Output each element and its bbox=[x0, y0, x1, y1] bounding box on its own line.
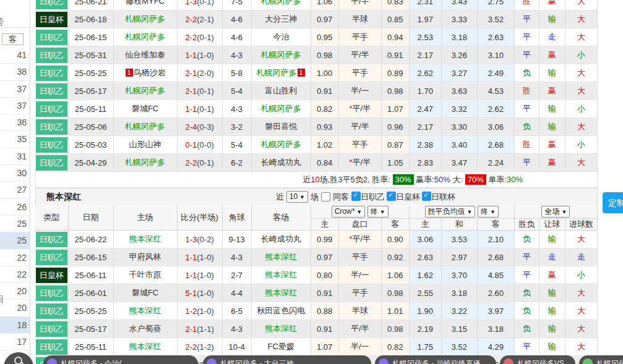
league-type-badge: 日职乙 bbox=[36, 48, 67, 63]
odds-time-select[interactable]: 终▼ bbox=[367, 206, 389, 218]
result-goals-cell: 大 bbox=[565, 82, 597, 100]
odds-source-select[interactable]: Crow*▼ bbox=[332, 206, 366, 218]
customize-button[interactable]: 定制 bbox=[603, 192, 623, 213]
league-type-badge: 日职乙 bbox=[36, 137, 67, 153]
team-name-link[interactable]: 札幌冈萨多 bbox=[261, 104, 301, 113]
halftime-score: (0-2) bbox=[197, 235, 213, 244]
guest-tab[interactable]: 客 bbox=[2, 33, 24, 45]
handicap-away-odds: 0.92 bbox=[381, 248, 409, 266]
date-cell: 25-06-01 bbox=[68, 284, 113, 302]
league-checkbox[interactable] bbox=[387, 192, 396, 201]
team-name-link[interactable]: 熊本深红 bbox=[265, 252, 297, 261]
big-rate-badge: 70% bbox=[465, 174, 486, 185]
team-name-link[interactable]: 札幌冈萨多 bbox=[125, 32, 165, 41]
team-name-link[interactable]: 水户蜀葵 bbox=[129, 324, 161, 333]
odds-home: 1.70 bbox=[409, 82, 441, 100]
result-value: 大 bbox=[577, 158, 585, 167]
team-name-link[interactable]: 今治 bbox=[273, 32, 289, 41]
filter-controls: 近 10▼ 场 同客 日职乙日皇杯日联杯 bbox=[276, 191, 457, 203]
odds-away: 2.24 bbox=[477, 154, 514, 172]
score-cell: 1-1(1-0) bbox=[177, 248, 222, 266]
result-value: 负 bbox=[523, 122, 531, 131]
odds-home: 2.17 bbox=[409, 118, 441, 136]
result-goals-cell: 走 bbox=[565, 248, 597, 266]
team-name-link[interactable]: 札幌冈萨多 bbox=[257, 68, 297, 77]
date-cell: 25-06-11 bbox=[68, 266, 113, 284]
handicap-home-odds: 0.91 bbox=[311, 320, 338, 338]
team-name-link[interactable]: 熊本深红 bbox=[265, 270, 297, 279]
team-name-link[interactable]: 山形山神 bbox=[129, 140, 161, 149]
team-name-link[interactable]: 甲府风林 bbox=[129, 252, 161, 261]
result-value: 输 bbox=[548, 122, 556, 131]
scope-select[interactable]: 全场▼ bbox=[541, 206, 570, 218]
result-goals-cell: 小 bbox=[565, 100, 597, 118]
result-goals-cell: 大 bbox=[565, 0, 597, 11]
team-name-link[interactable]: 札幌冈萨多 bbox=[125, 122, 165, 131]
summary-count: 10 bbox=[311, 175, 319, 184]
team-cell: 札幌冈萨多 bbox=[113, 11, 177, 28]
team-name-link[interactable]: 秋田蓝色闪电 bbox=[257, 306, 305, 315]
handicap-away-odds: 0.82 bbox=[381, 338, 409, 356]
team-name-link[interactable]: 札幌冈萨多 bbox=[125, 14, 165, 23]
result-value: 平 bbox=[523, 270, 531, 279]
summary-label-big: 大: bbox=[452, 175, 463, 184]
result-handicap-cell: 输 bbox=[539, 100, 565, 118]
team-name-link[interactable]: 熊本深红 bbox=[129, 234, 161, 243]
odds-home: 2.47 bbox=[409, 100, 441, 118]
team-name-link[interactable]: 磐田喜悦 bbox=[265, 122, 297, 131]
team-name-link[interactable]: 富山胜利 bbox=[265, 86, 297, 95]
taskbar-item[interactable]: 札幌冈萨多VS... bbox=[500, 355, 575, 364]
fulltime-score: 1-1 bbox=[185, 51, 197, 60]
team-name-link[interactable]: 磐城FC bbox=[132, 288, 158, 297]
result-wdl-cell: 负 bbox=[514, 64, 539, 82]
result-value: 大 bbox=[577, 86, 585, 95]
team-name-link[interactable]: 千叶市原 bbox=[129, 270, 161, 279]
team-name-link[interactable]: 熊本深红 bbox=[265, 324, 297, 333]
taskbar-item-icon bbox=[504, 358, 513, 364]
team-name-link[interactable]: 札幌冈萨多 bbox=[261, 0, 301, 6]
team-name-link[interactable]: 札幌冈萨多 bbox=[261, 50, 301, 59]
team-name-link[interactable]: FC爱媛 bbox=[267, 342, 294, 351]
odds-home: 2.63 bbox=[409, 248, 441, 266]
team-name-link[interactable]: 熊本深红 bbox=[129, 306, 161, 315]
halftime-score: (1-0) bbox=[197, 271, 213, 280]
team-name-link[interactable]: 大分三神 bbox=[265, 14, 297, 23]
team-name-link[interactable]: 藤枝MYFC bbox=[126, 0, 165, 6]
team-name-link[interactable]: 札幌冈萨多 bbox=[125, 86, 165, 95]
league-checkbox[interactable] bbox=[351, 192, 361, 201]
score-cell: 1-3(0-1) bbox=[177, 0, 222, 11]
asian-rate-value: 50% bbox=[434, 175, 450, 184]
europe-time-select[interactable]: 终▼ bbox=[478, 206, 499, 218]
same-away-checkbox[interactable] bbox=[321, 192, 330, 201]
odds-away: 3.06 bbox=[477, 118, 514, 136]
team-name-link[interactable]: 长崎成功丸 bbox=[261, 234, 301, 243]
team-name-link[interactable]: 札幌冈萨多 bbox=[261, 140, 301, 149]
taskbar-item[interactable]: 札幌冈萨多 - 今治( bbox=[43, 355, 198, 364]
fulltime-score: 2-1 bbox=[185, 324, 197, 334]
corner-cell: 4-3 bbox=[222, 46, 251, 64]
date-cell: 25-05-11 bbox=[68, 100, 113, 118]
team-name-link[interactable]: 长崎成功丸 bbox=[261, 158, 301, 167]
result-value: 输 bbox=[548, 104, 556, 113]
team-name-link[interactable]: 鸟栖沙岩 bbox=[134, 68, 166, 77]
sidebar-number-item: 36 bbox=[0, 114, 30, 131]
team-name-link[interactable]: 磐城FC bbox=[132, 104, 158, 113]
result-wdl-cell: 负 bbox=[514, 284, 539, 302]
taskbar-item[interactable]: 札幌冈萨多 - 大分三神... bbox=[203, 355, 371, 364]
europe-avg-select[interactable]: 胜平负均值▼ bbox=[425, 206, 476, 218]
result-goals-cell: 大 bbox=[565, 28, 597, 46]
odds-home: 2.38 bbox=[409, 136, 441, 154]
odds-draw: 3.47 bbox=[441, 154, 477, 172]
team-name-link[interactable]: 熊本深红 bbox=[129, 342, 161, 351]
team-name-link[interactable]: 札幌冈萨多 bbox=[125, 158, 165, 167]
taskbar-item[interactable]: 札幌冈萨多 v 大阪... bbox=[579, 355, 623, 364]
odds-draw: 3.63 bbox=[441, 82, 477, 100]
corner-cell: 4-6 bbox=[222, 11, 251, 28]
subcol-handicap-line: 盘口 bbox=[338, 219, 381, 231]
recent-count-select[interactable]: 10▼ bbox=[286, 191, 308, 203]
league-checkbox[interactable] bbox=[422, 192, 431, 201]
team-name-link[interactable]: 熊本深红 bbox=[265, 288, 297, 297]
handicap-line-cell: 半/一 bbox=[338, 82, 381, 100]
taskbar-item[interactable]: 札幌冈萨多 - 川崎前锋直播 bbox=[375, 355, 496, 364]
team-name-link[interactable]: 仙台维加泰 bbox=[125, 50, 165, 59]
